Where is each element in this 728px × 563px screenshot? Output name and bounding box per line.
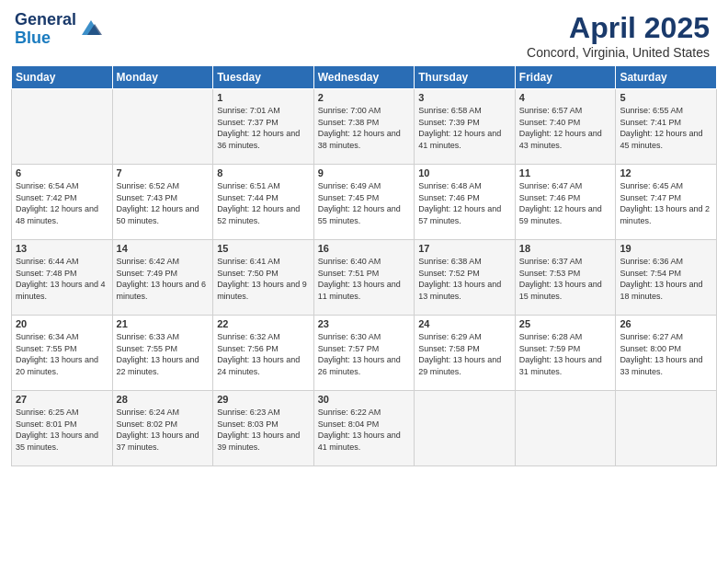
day-number: 8 xyxy=(217,167,310,178)
day-info: Sunrise: 6:25 AMSunset: 8:01 PMDaylight:… xyxy=(16,407,108,453)
calendar-cell xyxy=(616,391,717,466)
calendar-cell xyxy=(12,89,113,165)
calendar-cell: 4Sunrise: 6:57 AMSunset: 7:40 PMDaylight… xyxy=(515,89,616,165)
calendar-cell: 10Sunrise: 6:48 AMSunset: 7:46 PMDayligh… xyxy=(415,165,516,240)
calendar-cell: 2Sunrise: 7:00 AMSunset: 7:38 PMDaylight… xyxy=(313,89,415,165)
calendar-cell: 14Sunrise: 6:42 AMSunset: 7:49 PMDayligh… xyxy=(112,240,213,316)
day-number: 25 xyxy=(519,318,612,329)
day-number: 26 xyxy=(620,318,712,329)
day-header-friday: Friday xyxy=(515,66,616,89)
calendar-cell: 3Sunrise: 6:58 AMSunset: 7:39 PMDaylight… xyxy=(415,89,516,165)
calendar-cell: 30Sunrise: 6:22 AMSunset: 8:04 PMDayligh… xyxy=(313,391,415,466)
day-number: 24 xyxy=(418,318,511,329)
calendar-cell: 28Sunrise: 6:24 AMSunset: 8:02 PMDayligh… xyxy=(112,391,213,466)
calendar-cell: 23Sunrise: 6:30 AMSunset: 7:57 PMDayligh… xyxy=(313,316,415,391)
day-number: 5 xyxy=(620,92,712,103)
day-number: 14 xyxy=(117,243,210,254)
day-number: 15 xyxy=(217,243,310,254)
day-info: Sunrise: 6:34 AMSunset: 7:55 PMDaylight:… xyxy=(16,331,108,377)
calendar-cell: 15Sunrise: 6:41 AMSunset: 7:50 PMDayligh… xyxy=(213,240,314,316)
calendar-cell: 16Sunrise: 6:40 AMSunset: 7:51 PMDayligh… xyxy=(313,240,415,316)
calendar-cell: 9Sunrise: 6:49 AMSunset: 7:45 PMDaylight… xyxy=(313,165,415,240)
logo-general: General xyxy=(15,11,76,29)
calendar-cell: 26Sunrise: 6:27 AMSunset: 8:00 PMDayligh… xyxy=(616,316,717,391)
day-number: 4 xyxy=(519,92,612,103)
calendar-cell: 27Sunrise: 6:25 AMSunset: 8:01 PMDayligh… xyxy=(12,391,113,466)
page: General Blue April 2025 Concord, Virgini… xyxy=(0,0,728,563)
day-info: Sunrise: 6:57 AMSunset: 7:40 PMDaylight:… xyxy=(519,105,612,151)
day-info: Sunrise: 6:45 AMSunset: 7:47 PMDaylight:… xyxy=(620,180,712,226)
title-area: April 2025 Concord, Virginia, United Sta… xyxy=(527,11,710,60)
calendar-cell xyxy=(515,391,616,466)
day-info: Sunrise: 6:36 AMSunset: 7:54 PMDaylight:… xyxy=(620,256,712,302)
calendar: SundayMondayTuesdayWednesdayThursdayFrid… xyxy=(0,65,728,563)
day-info: Sunrise: 6:47 AMSunset: 7:46 PMDaylight:… xyxy=(519,180,612,226)
day-info: Sunrise: 6:22 AMSunset: 8:04 PMDaylight:… xyxy=(318,407,411,453)
calendar-cell: 20Sunrise: 6:34 AMSunset: 7:55 PMDayligh… xyxy=(12,316,113,391)
day-info: Sunrise: 6:37 AMSunset: 7:53 PMDaylight:… xyxy=(519,256,612,302)
day-number: 13 xyxy=(16,243,108,254)
day-info: Sunrise: 6:29 AMSunset: 7:58 PMDaylight:… xyxy=(418,331,511,377)
logo-blue: Blue xyxy=(15,29,76,48)
day-header-tuesday: Tuesday xyxy=(213,66,314,89)
day-number: 29 xyxy=(217,394,310,405)
calendar-cell: 1Sunrise: 7:01 AMSunset: 7:37 PMDaylight… xyxy=(213,89,314,165)
day-number: 30 xyxy=(318,394,411,405)
day-number: 16 xyxy=(318,243,411,254)
day-header-row: SundayMondayTuesdayWednesdayThursdayFrid… xyxy=(12,66,717,89)
logo: General Blue xyxy=(15,11,104,48)
week-row-1: 1Sunrise: 7:01 AMSunset: 7:37 PMDaylight… xyxy=(12,89,717,165)
day-info: Sunrise: 6:48 AMSunset: 7:46 PMDaylight:… xyxy=(418,180,511,226)
day-number: 27 xyxy=(16,394,108,405)
day-info: Sunrise: 6:30 AMSunset: 7:57 PMDaylight:… xyxy=(318,331,411,377)
day-number: 28 xyxy=(117,394,210,405)
calendar-cell xyxy=(112,89,213,165)
calendar-cell: 11Sunrise: 6:47 AMSunset: 7:46 PMDayligh… xyxy=(515,165,616,240)
day-info: Sunrise: 6:27 AMSunset: 8:00 PMDaylight:… xyxy=(620,331,712,377)
day-info: Sunrise: 6:40 AMSunset: 7:51 PMDaylight:… xyxy=(318,256,411,302)
day-number: 12 xyxy=(620,167,712,178)
day-info: Sunrise: 6:44 AMSunset: 7:48 PMDaylight:… xyxy=(16,256,108,302)
calendar-cell: 19Sunrise: 6:36 AMSunset: 7:54 PMDayligh… xyxy=(616,240,717,316)
calendar-cell: 12Sunrise: 6:45 AMSunset: 7:47 PMDayligh… xyxy=(616,165,717,240)
day-number: 21 xyxy=(117,318,210,329)
day-info: Sunrise: 6:51 AMSunset: 7:44 PMDaylight:… xyxy=(217,180,310,226)
day-header-wednesday: Wednesday xyxy=(313,66,415,89)
day-info: Sunrise: 7:00 AMSunset: 7:38 PMDaylight:… xyxy=(318,105,411,151)
calendar-cell: 29Sunrise: 6:23 AMSunset: 8:03 PMDayligh… xyxy=(213,391,314,466)
day-number: 2 xyxy=(318,92,411,103)
day-info: Sunrise: 6:33 AMSunset: 7:55 PMDaylight:… xyxy=(117,331,210,377)
calendar-cell: 24Sunrise: 6:29 AMSunset: 7:58 PMDayligh… xyxy=(415,316,516,391)
calendar-cell: 22Sunrise: 6:32 AMSunset: 7:56 PMDayligh… xyxy=(213,316,314,391)
header: General Blue April 2025 Concord, Virgini… xyxy=(0,0,728,65)
day-info: Sunrise: 6:42 AMSunset: 7:49 PMDaylight:… xyxy=(117,256,210,302)
day-header-monday: Monday xyxy=(112,66,213,89)
day-number: 17 xyxy=(418,243,511,254)
day-number: 19 xyxy=(620,243,712,254)
day-number: 9 xyxy=(318,167,411,178)
calendar-table: SundayMondayTuesdayWednesdayThursdayFrid… xyxy=(11,65,717,466)
day-info: Sunrise: 6:54 AMSunset: 7:42 PMDaylight:… xyxy=(16,180,108,226)
calendar-cell: 5Sunrise: 6:55 AMSunset: 7:41 PMDaylight… xyxy=(616,89,717,165)
calendar-cell xyxy=(415,391,516,466)
calendar-cell: 8Sunrise: 6:51 AMSunset: 7:44 PMDaylight… xyxy=(213,165,314,240)
calendar-cell: 25Sunrise: 6:28 AMSunset: 7:59 PMDayligh… xyxy=(515,316,616,391)
location: Concord, Virginia, United States xyxy=(527,45,710,60)
day-info: Sunrise: 6:28 AMSunset: 7:59 PMDaylight:… xyxy=(519,331,612,377)
day-number: 10 xyxy=(418,167,511,178)
day-header-sunday: Sunday xyxy=(12,66,113,89)
day-info: Sunrise: 6:24 AMSunset: 8:02 PMDaylight:… xyxy=(117,407,210,453)
day-info: Sunrise: 6:41 AMSunset: 7:50 PMDaylight:… xyxy=(217,256,310,302)
day-info: Sunrise: 6:58 AMSunset: 7:39 PMDaylight:… xyxy=(418,105,511,151)
calendar-header: SundayMondayTuesdayWednesdayThursdayFrid… xyxy=(12,66,717,89)
calendar-cell: 21Sunrise: 6:33 AMSunset: 7:55 PMDayligh… xyxy=(112,316,213,391)
day-info: Sunrise: 6:32 AMSunset: 7:56 PMDaylight:… xyxy=(217,331,310,377)
day-info: Sunrise: 6:55 AMSunset: 7:41 PMDaylight:… xyxy=(620,105,712,151)
logo-text: General Blue xyxy=(15,11,76,48)
month-title: April 2025 xyxy=(527,11,710,45)
day-info: Sunrise: 7:01 AMSunset: 7:37 PMDaylight:… xyxy=(217,105,310,151)
day-info: Sunrise: 6:49 AMSunset: 7:45 PMDaylight:… xyxy=(318,180,411,226)
day-number: 6 xyxy=(16,167,108,178)
day-number: 20 xyxy=(16,318,108,329)
day-number: 3 xyxy=(418,92,511,103)
